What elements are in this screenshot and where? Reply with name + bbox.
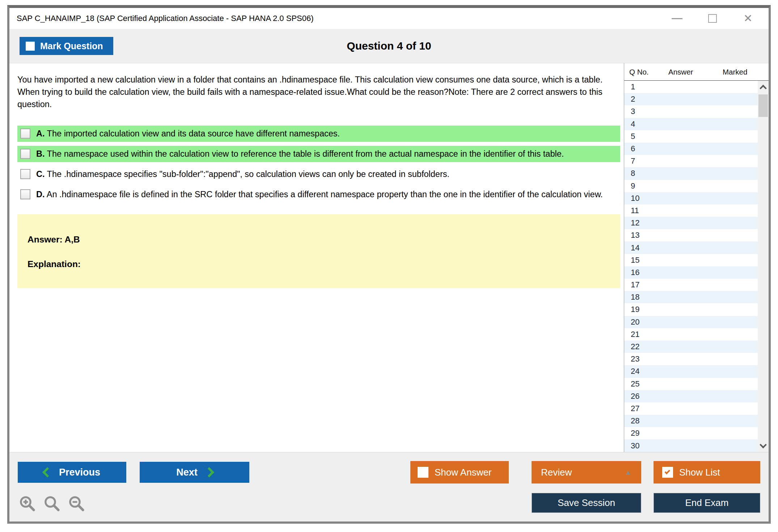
- answer-panel: Answer: A,B Explanation:: [17, 214, 620, 288]
- chevron-down-icon: [760, 441, 767, 448]
- option-body: The .hdinamespace specifies "sub-folder"…: [47, 169, 449, 179]
- option-row-b[interactable]: B. The namespace used within the calcula…: [17, 146, 620, 162]
- question-list-row[interactable]: 3: [624, 105, 758, 118]
- question-number: 24: [631, 367, 639, 376]
- question-number: 21: [631, 330, 639, 339]
- question-list-row[interactable]: 17: [624, 279, 758, 291]
- question-number: 7: [631, 156, 635, 166]
- option-letter: B.: [36, 149, 45, 159]
- question-text: You have imported a new calculation view…: [17, 73, 619, 110]
- question-list-row[interactable]: 30: [624, 439, 758, 452]
- header-band: Mark Question Question 4 of 10: [9, 29, 769, 63]
- question-list-row[interactable]: 1: [624, 81, 758, 93]
- question-list-row[interactable]: 14: [624, 241, 758, 254]
- question-list-row[interactable]: 5: [624, 130, 758, 143]
- question-number: 4: [631, 119, 635, 129]
- show-answer-button[interactable]: Show Answer: [410, 461, 509, 484]
- question-counter: Question 4 of 10: [9, 29, 769, 63]
- option-row-d[interactable]: D. An .hdinamespace file is defined in t…: [17, 186, 620, 203]
- question-number: 15: [631, 256, 639, 265]
- next-label: Next: [176, 467, 198, 478]
- caret-up-icon: ▲: [625, 468, 632, 477]
- scroll-up-button[interactable]: [758, 81, 769, 93]
- zoom-toolbar: [19, 495, 85, 512]
- question-list-row[interactable]: 23: [624, 353, 758, 365]
- zoom-reset-button[interactable]: [43, 495, 61, 512]
- question-list-header: Q No. Answer Marked: [624, 63, 769, 81]
- show-list-button[interactable]: Show List: [654, 461, 760, 484]
- option-checkbox[interactable]: [20, 149, 30, 159]
- end-exam-button[interactable]: End Exam: [654, 493, 760, 513]
- app-window: SAP C_HANAIMP_18 (SAP Certified Applicat…: [7, 5, 771, 524]
- maximize-button[interactable]: [706, 12, 719, 25]
- desktop: SAP C_HANAIMP_18 (SAP Certified Applicat…: [0, 0, 778, 532]
- column-header-answer: Answer: [668, 68, 723, 76]
- maximize-icon: [708, 14, 717, 23]
- question-number: 11: [631, 206, 639, 215]
- option-row-c[interactable]: C. The .hdinamespace specifies "sub-fold…: [17, 166, 620, 182]
- question-list-row[interactable]: 26: [624, 390, 758, 402]
- question-list-row[interactable]: 16: [624, 266, 758, 279]
- option-checkbox[interactable]: [20, 169, 30, 179]
- save-session-button[interactable]: Save Session: [532, 493, 641, 513]
- scroll-down-button[interactable]: [758, 440, 769, 451]
- question-number: 23: [631, 354, 639, 364]
- question-list-row[interactable]: 2: [624, 93, 758, 105]
- question-number: 12: [631, 218, 639, 228]
- show-answer-checkbox[interactable]: [418, 467, 428, 478]
- question-list-row[interactable]: 27: [624, 402, 758, 415]
- question-list-row[interactable]: 10: [624, 192, 758, 204]
- question-list-row[interactable]: 9: [624, 180, 758, 192]
- question-list-row[interactable]: 25: [624, 378, 758, 390]
- question-number: 6: [631, 144, 635, 153]
- save-session-label: Save Session: [558, 497, 615, 508]
- close-icon: ✕: [743, 13, 752, 24]
- option-text: C. The .hdinamespace specifies "sub-fold…: [36, 169, 449, 180]
- check-icon: [665, 469, 671, 474]
- option-checkbox[interactable]: [20, 128, 30, 139]
- question-list-row[interactable]: 29: [624, 427, 758, 439]
- zoom-out-icon: [68, 495, 85, 512]
- scrollbar-thumb[interactable]: [758, 94, 768, 117]
- window-title: SAP C_HANAIMP_18 (SAP Certified Applicat…: [17, 14, 314, 23]
- question-list-row[interactable]: 19: [624, 303, 758, 316]
- option-checkbox[interactable]: [20, 189, 30, 199]
- question-list-row[interactable]: 8: [624, 167, 758, 180]
- option-body: The namespace used within the calculatio…: [47, 149, 564, 159]
- question-list-row[interactable]: 21: [624, 328, 758, 341]
- question-list: 1234567891011121314151617181920212223242…: [624, 81, 758, 452]
- question-list-row[interactable]: 11: [624, 204, 758, 217]
- question-number: 25: [631, 379, 639, 389]
- question-list-row[interactable]: 24: [624, 365, 758, 377]
- footer-bar: Previous Next Show Answer Review ▲ Show …: [9, 452, 769, 522]
- end-exam-label: End Exam: [685, 497, 729, 508]
- magnifier-icon: [43, 495, 61, 512]
- question-number: 20: [631, 317, 639, 327]
- question-list-row[interactable]: 6: [624, 143, 758, 155]
- question-number: 1: [631, 82, 635, 92]
- show-list-checkbox[interactable]: [662, 467, 673, 478]
- question-list-row[interactable]: 20: [624, 316, 758, 328]
- question-list-row[interactable]: 4: [624, 118, 758, 130]
- minimize-button[interactable]: [671, 12, 683, 25]
- question-list-row[interactable]: 13: [624, 229, 758, 241]
- zoom-out-button[interactable]: [68, 495, 85, 512]
- show-answer-label: Show Answer: [435, 467, 492, 478]
- review-button[interactable]: Review ▲: [532, 461, 641, 484]
- close-button[interactable]: ✕: [742, 12, 754, 25]
- next-button[interactable]: Next: [140, 462, 249, 483]
- question-list-row[interactable]: 12: [624, 217, 758, 229]
- previous-button[interactable]: Previous: [18, 462, 126, 483]
- question-list-row[interactable]: 28: [624, 415, 758, 427]
- question-list-row[interactable]: 15: [624, 254, 758, 266]
- question-number: 13: [631, 231, 639, 240]
- question-list-row[interactable]: 22: [624, 341, 758, 353]
- option-row-a[interactable]: A. The imported calculation view and its…: [17, 126, 620, 142]
- question-list-row[interactable]: 18: [624, 291, 758, 303]
- main-area: You have imported a new calculation view…: [9, 63, 769, 452]
- zoom-in-button[interactable]: [19, 495, 36, 512]
- question-list-row[interactable]: 7: [624, 155, 758, 167]
- question-number: 29: [631, 428, 639, 438]
- title-bar[interactable]: SAP C_HANAIMP_18 (SAP Certified Applicat…: [9, 8, 769, 29]
- scrollbar[interactable]: [758, 81, 769, 452]
